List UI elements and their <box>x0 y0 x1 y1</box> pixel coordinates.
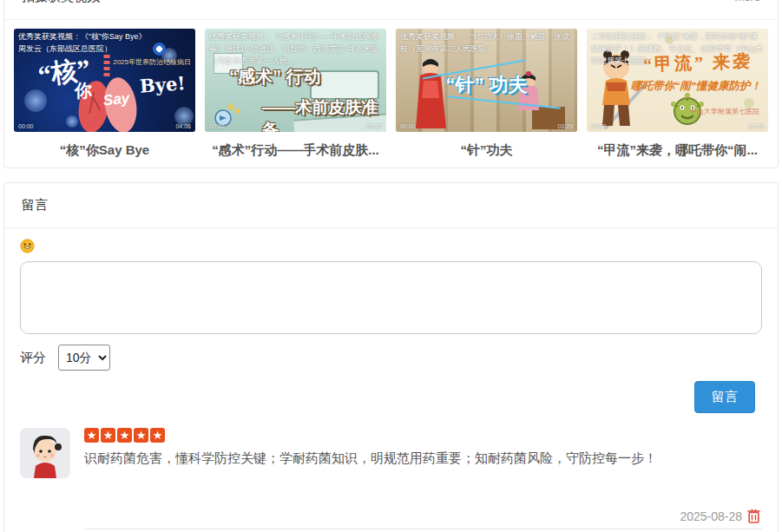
video-card: “感术” 行动 ——术前皮肤准备 优秀奖获奖视频：《“感术”行动——手术前皮肤准… <box>205 29 386 159</box>
hospital-logo-icon <box>153 43 166 56</box>
emoji-picker-icon[interactable] <box>20 239 35 253</box>
overlay-text: “感术” 行动 <box>229 65 321 89</box>
comment-text: 识耐药菌危害，懂科学防控关键；学耐药菌知识，明规范用药重要；知耐药菌风险，守防控… <box>84 449 762 467</box>
submit-comment-button[interactable]: 留言 <box>694 381 755 413</box>
thumbnail-caption: 优秀奖获奖视频：《“感术”行动——手术前皮肤准备》迪比旦·吐逊江、胡智华、西加艾… <box>209 31 382 68</box>
comments-panel: 留言 评分 10分 留言 <box>3 182 779 532</box>
video-thumbnail-jialiu-laixi[interactable]: “甲流” 来袭 哪吒带你“闹”懂健康防护！ 中山大学附属第七医院 二等奖获奖视频… <box>587 29 768 132</box>
overlay-text: Say <box>102 89 130 109</box>
timestamp-start: 00:00 <box>400 123 416 129</box>
comments-panel-header: 留言 <box>4 183 778 228</box>
video-thumbnail-ganshu-xingdong[interactable]: “感术” 行动 ——术前皮肤准备 优秀奖获奖视频：《“感术”行动——手术前皮肤准… <box>205 29 386 132</box>
overlay-text: “针” 功夫 <box>445 72 527 98</box>
timestamp-start: 00:00 <box>18 123 34 129</box>
video-card: “甲流” 来袭 哪吒带你“闹”懂健康防护！ 中山大学附属第七医院 二等奖获奖视频… <box>587 29 768 159</box>
timestamp-end: 04:06 <box>175 123 191 129</box>
timestamp-start: 00:00 <box>591 123 607 129</box>
thumbnail-caption: 二等奖获奖视频：《“甲流”来袭，哪吒带你“闹”懂健康防护！》陈潇雅、牛立红、任羽… <box>591 31 764 68</box>
overlay-text: 哪吒带你“闹”懂健康防护！ <box>631 79 761 94</box>
watermark-text: 中山大学附属第七医院 <box>690 107 759 116</box>
videos-panel-header: 拍摄获奖视频 more <box>4 0 778 20</box>
overlay-text: Bye! <box>139 72 186 97</box>
thumbnail-caption-right: 2025年世界防治结核病日 <box>113 57 191 67</box>
video-card: “核” 你 Say Bye! 优秀奖获奖视频：《“核”你Say Bye》周发云（… <box>14 29 195 159</box>
comment-body: 识耐药菌危害，懂科学防控关键；学耐药菌知识，明规范用药重要；知耐药菌风险，守防控… <box>84 428 762 529</box>
video-title[interactable]: “感术”行动——手术前皮肤... <box>205 142 386 159</box>
video-card: “针” 功夫 优秀奖获奖视频：《“针”功夫》徐惠、鲍芬、张成枝（芜湖市第二人民医… <box>396 29 577 159</box>
star-icon <box>134 428 148 443</box>
comment-textarea[interactable] <box>20 261 762 334</box>
more-link[interactable]: more <box>734 0 760 3</box>
comment-date: 2025-08-28 <box>680 509 742 523</box>
costumed-performer-left <box>411 55 450 132</box>
timestamp-start: 00:00 <box>209 123 225 129</box>
timestamp-end: 06:58 <box>748 123 764 129</box>
video-thumbnail-zhen-gongfu[interactable]: “针” 功夫 优秀奖获奖视频：《“针”功夫》徐惠、鲍芬、张成枝（芜湖市第二人民医… <box>396 29 577 132</box>
overlay-text: 你 <box>75 79 92 102</box>
star-icon <box>150 428 165 443</box>
videos-panel-title: 拍摄获奖视频 <box>22 0 100 5</box>
delete-comment-icon[interactable] <box>747 509 760 523</box>
comments-panel-title: 留言 <box>22 197 48 213</box>
star-icon <box>84 428 99 443</box>
award-videos-panel: 拍摄获奖视频 more “核” 你 Say Bye! <box>3 0 779 168</box>
videos-row: “核” 你 Say Bye! 优秀奖获奖视频：《“核”你Say Bye》周发云（… <box>4 20 778 159</box>
timestamp-end: 05:12 <box>366 123 382 129</box>
video-title[interactable]: “针”功夫 <box>396 142 577 159</box>
user-avatar <box>20 428 70 478</box>
video-thumbnail-he-ni-say-bye[interactable]: “核” 你 Say Bye! 优秀奖获奖视频：《“核”你Say Bye》周发云（… <box>14 29 195 132</box>
timestamp-end: 03:29 <box>557 123 573 129</box>
star-icon <box>117 428 132 443</box>
thumbnail-caption: 优秀奖获奖视频：《“核”你Say Bye》周发云（东部战区总医院） <box>18 31 152 56</box>
comment-item: 识耐药菌危害，懂科学防控关键；学耐药菌知识，明规范用药重要；知耐药菌风险，守防控… <box>20 428 762 529</box>
video-title[interactable]: “核”你Say Bye <box>14 142 195 159</box>
rating-label: 评分 <box>20 350 46 366</box>
star-rating <box>84 428 762 443</box>
rating-select[interactable]: 10分 <box>58 345 110 371</box>
star-icon <box>101 428 115 443</box>
video-title[interactable]: “甲流”来袭，哪吒带你“闹... <box>587 142 768 159</box>
thumbnail-caption: 优秀奖获奖视频：《“针”功夫》徐惠、鲍芬、张成枝（芜湖市第二人民医院） <box>400 31 573 56</box>
